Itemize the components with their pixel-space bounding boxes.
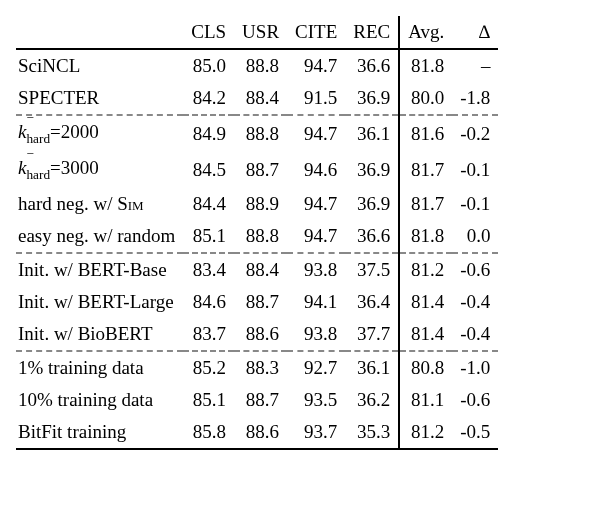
cell-rec: 35.3 bbox=[345, 416, 399, 449]
cell-avg: 81.7 bbox=[399, 188, 452, 220]
cell-rec: 36.1 bbox=[345, 115, 399, 152]
row-label: SPECTER bbox=[16, 82, 183, 115]
cell-cls: 85.2 bbox=[183, 351, 234, 384]
cell-usr: 88.7 bbox=[234, 384, 287, 416]
row-label: khard−=2000 bbox=[16, 115, 183, 152]
cell-avg: 81.8 bbox=[399, 220, 452, 253]
row-label: easy neg. w/ random bbox=[16, 220, 183, 253]
cell-cite: 93.8 bbox=[287, 253, 345, 286]
cell-usr: 88.4 bbox=[234, 82, 287, 115]
cell-cite: 91.5 bbox=[287, 82, 345, 115]
cell-usr: 88.9 bbox=[234, 188, 287, 220]
cell-cls: 84.5 bbox=[183, 152, 234, 188]
header-delta: ∆ bbox=[452, 16, 498, 49]
row-label: hard neg. w/ Sim bbox=[16, 188, 183, 220]
cell-usr: 88.4 bbox=[234, 253, 287, 286]
cell-cite: 94.7 bbox=[287, 220, 345, 253]
header-cls: CLS bbox=[183, 16, 234, 49]
cell-avg: 81.7 bbox=[399, 152, 452, 188]
cell-rec: 36.9 bbox=[345, 188, 399, 220]
cell-cite: 92.7 bbox=[287, 351, 345, 384]
cell-cls: 85.1 bbox=[183, 220, 234, 253]
table-row: 10% training data85.188.793.536.281.1-0.… bbox=[16, 384, 498, 416]
cell-cite: 94.6 bbox=[287, 152, 345, 188]
header-cite: CITE bbox=[287, 16, 345, 49]
row-label: Init. w/ BERT-Large bbox=[16, 286, 183, 318]
cell-avg: 81.4 bbox=[399, 318, 452, 351]
cell-cls: 85.0 bbox=[183, 49, 234, 82]
cell-avg: 81.4 bbox=[399, 286, 452, 318]
header-rec: REC bbox=[345, 16, 399, 49]
cell-rec: 36.9 bbox=[345, 152, 399, 188]
cell-cite: 93.7 bbox=[287, 416, 345, 449]
table-body: SciNCL85.088.894.736.681.8–SPECTER84.288… bbox=[16, 49, 498, 449]
row-label: 1% training data bbox=[16, 351, 183, 384]
cell-cite: 94.1 bbox=[287, 286, 345, 318]
row-label: 10% training data bbox=[16, 384, 183, 416]
cell-rec: 36.2 bbox=[345, 384, 399, 416]
cell-cls: 84.9 bbox=[183, 115, 234, 152]
header-avg: Avg. bbox=[399, 16, 452, 49]
cell-rec: 37.5 bbox=[345, 253, 399, 286]
cell-delta: – bbox=[452, 49, 498, 82]
cell-cite: 93.8 bbox=[287, 318, 345, 351]
table-row: SPECTER84.288.491.536.980.0-1.8 bbox=[16, 82, 498, 115]
cell-delta: -0.1 bbox=[452, 152, 498, 188]
cell-cls: 83.4 bbox=[183, 253, 234, 286]
cell-cls: 85.1 bbox=[183, 384, 234, 416]
cell-delta: -0.4 bbox=[452, 286, 498, 318]
cell-rec: 36.6 bbox=[345, 49, 399, 82]
cell-avg: 80.8 bbox=[399, 351, 452, 384]
cell-cite: 94.7 bbox=[287, 188, 345, 220]
cell-usr: 88.6 bbox=[234, 416, 287, 449]
cell-avg: 80.0 bbox=[399, 82, 452, 115]
row-label: Init. w/ BioBERT bbox=[16, 318, 183, 351]
cell-avg: 81.1 bbox=[399, 384, 452, 416]
cell-delta: -0.4 bbox=[452, 318, 498, 351]
cell-rec: 37.7 bbox=[345, 318, 399, 351]
cell-cite: 94.7 bbox=[287, 115, 345, 152]
cell-usr: 88.8 bbox=[234, 220, 287, 253]
table-row: easy neg. w/ random85.188.894.736.681.80… bbox=[16, 220, 498, 253]
row-label: Init. w/ BERT-Base bbox=[16, 253, 183, 286]
row-label: khard−=3000 bbox=[16, 152, 183, 188]
cell-avg: 81.2 bbox=[399, 416, 452, 449]
cell-usr: 88.8 bbox=[234, 115, 287, 152]
header-blank bbox=[16, 16, 183, 49]
table-row: Init. w/ BERT-Base83.488.493.837.581.2-0… bbox=[16, 253, 498, 286]
cell-delta: -0.5 bbox=[452, 416, 498, 449]
row-label: SciNCL bbox=[16, 49, 183, 82]
cell-usr: 88.6 bbox=[234, 318, 287, 351]
cell-delta: -1.8 bbox=[452, 82, 498, 115]
cell-cls: 83.7 bbox=[183, 318, 234, 351]
cell-delta: -0.1 bbox=[452, 188, 498, 220]
cell-cite: 93.5 bbox=[287, 384, 345, 416]
cell-delta: -0.6 bbox=[452, 384, 498, 416]
cell-avg: 81.8 bbox=[399, 49, 452, 82]
cell-rec: 36.9 bbox=[345, 82, 399, 115]
table-row: Init. w/ BERT-Large84.688.794.136.481.4-… bbox=[16, 286, 498, 318]
cell-usr: 88.7 bbox=[234, 152, 287, 188]
cell-usr: 88.7 bbox=[234, 286, 287, 318]
cell-cls: 84.2 bbox=[183, 82, 234, 115]
table-row: khard−=300084.588.794.636.981.7-0.1 bbox=[16, 152, 498, 188]
header-usr: USR bbox=[234, 16, 287, 49]
table-row: hard neg. w/ Sim84.488.994.736.981.7-0.1 bbox=[16, 188, 498, 220]
cell-rec: 36.4 bbox=[345, 286, 399, 318]
table-row: BitFit training85.888.693.735.381.2-0.5 bbox=[16, 416, 498, 449]
table-row: khard−=200084.988.894.736.181.6-0.2 bbox=[16, 115, 498, 152]
header-row: CLS USR CITE REC Avg. ∆ bbox=[16, 16, 498, 49]
cell-cite: 94.7 bbox=[287, 49, 345, 82]
cell-avg: 81.6 bbox=[399, 115, 452, 152]
cell-cls: 84.4 bbox=[183, 188, 234, 220]
results-table: CLS USR CITE REC Avg. ∆ SciNCL85.088.894… bbox=[16, 16, 498, 450]
cell-delta: -0.2 bbox=[452, 115, 498, 152]
table-row: Init. w/ BioBERT83.788.693.837.781.4-0.4 bbox=[16, 318, 498, 351]
cell-delta: -1.0 bbox=[452, 351, 498, 384]
cell-usr: 88.3 bbox=[234, 351, 287, 384]
cell-cls: 85.8 bbox=[183, 416, 234, 449]
cell-avg: 81.2 bbox=[399, 253, 452, 286]
cell-delta: -0.6 bbox=[452, 253, 498, 286]
cell-rec: 36.6 bbox=[345, 220, 399, 253]
cell-usr: 88.8 bbox=[234, 49, 287, 82]
